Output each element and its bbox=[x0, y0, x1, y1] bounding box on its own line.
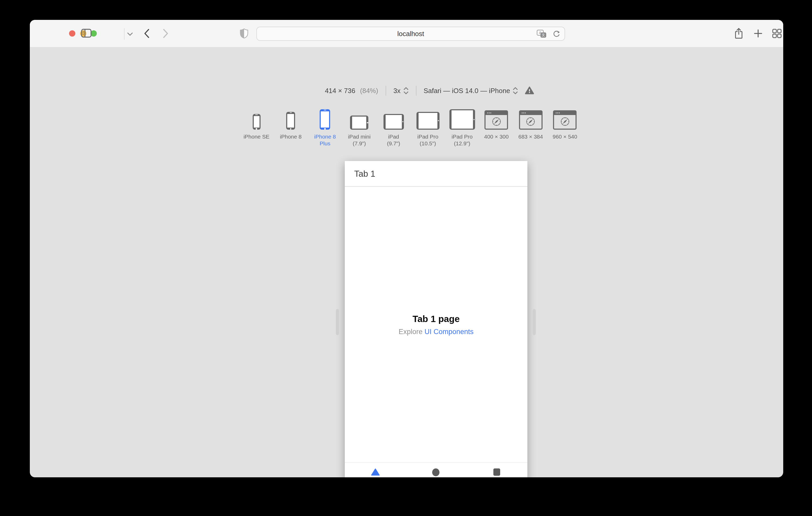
pixel-ratio-stepper-icon[interactable] bbox=[403, 87, 408, 94]
chevron-down-icon[interactable] bbox=[127, 32, 133, 36]
tab-item-3[interactable]: Tab 3 bbox=[466, 463, 527, 477]
user-agent-selector[interactable]: Safari — iOS 14.0 — iPhone bbox=[424, 87, 510, 94]
tab-item-1[interactable]: Tab 1 bbox=[345, 463, 406, 477]
device-ipad-mini[interactable]: iPad mini(7.9") bbox=[342, 107, 376, 147]
iphone-8-icon bbox=[286, 112, 295, 130]
app-nav-bar: Tab 1 bbox=[345, 161, 527, 187]
user-agent-stepper-icon[interactable] bbox=[513, 87, 518, 94]
device-iphone-8[interactable]: iPhone 8 bbox=[273, 107, 308, 140]
tab-overview-icon[interactable] bbox=[772, 29, 782, 38]
square-icon bbox=[494, 468, 500, 476]
back-button-icon[interactable] bbox=[144, 29, 150, 38]
new-tab-plus-icon[interactable] bbox=[754, 29, 762, 38]
address-bar[interactable]: localhost A 文 bbox=[256, 27, 565, 41]
circle-icon bbox=[432, 468, 440, 476]
browser-window-icon bbox=[553, 110, 577, 130]
ipad-icon bbox=[383, 114, 404, 130]
viewport-dimensions[interactable]: 414 × 736 bbox=[325, 87, 355, 94]
url-text: localhost bbox=[397, 30, 424, 38]
sidebar-toggle-icon[interactable] bbox=[81, 29, 92, 38]
ipad-pro-10-icon bbox=[416, 112, 439, 130]
tab-item-2[interactable]: Tab 2 bbox=[406, 463, 467, 477]
device-ipad[interactable]: iPad(9.7") bbox=[376, 107, 411, 147]
device-iphone-8-plus[interactable]: iPhone 8Plus bbox=[308, 107, 342, 147]
iphone-se-icon bbox=[253, 114, 261, 130]
reload-icon[interactable] bbox=[552, 30, 560, 38]
device-preset-683x384[interactable]: 683 × 384 bbox=[514, 107, 548, 140]
share-icon[interactable] bbox=[734, 28, 744, 39]
safari-window: localhost A 文 bbox=[30, 20, 783, 477]
device-preset-960x540[interactable]: 960 × 540 bbox=[548, 107, 582, 140]
resize-handle-left[interactable] bbox=[336, 309, 339, 335]
explore-line: Explore UI Components bbox=[399, 328, 474, 335]
translate-icon[interactable]: A 文 bbox=[537, 30, 548, 39]
ipad-pro-12-icon bbox=[450, 109, 475, 130]
resize-handle-right[interactable] bbox=[532, 309, 536, 335]
app-tab-bar: Tab 1 Tab 2 Tab 3 bbox=[345, 462, 527, 477]
device-strip: iPhone SE iPhone 8 iPhone 8Plus iPad min… bbox=[34, 107, 783, 147]
rdm-toolbar: 414 × 736 (84%) 3x Safari — iOS 14.0 — i… bbox=[53, 83, 783, 98]
triangle-icon bbox=[371, 468, 380, 476]
zoom-percent: (84%) bbox=[360, 87, 378, 94]
screen: localhost A 文 bbox=[0, 0, 812, 516]
ipad-mini-icon bbox=[350, 116, 369, 130]
close-window-button[interactable] bbox=[69, 30, 75, 37]
toolbar-divider bbox=[385, 86, 386, 95]
device-iphone-se[interactable]: iPhone SE bbox=[239, 107, 273, 140]
console-warning-icon[interactable] bbox=[525, 86, 534, 95]
safari-compass-icon bbox=[491, 116, 502, 127]
app-page-content: Tab 1 page Explore UI Components bbox=[345, 187, 527, 462]
browser-window-icon bbox=[519, 110, 543, 130]
browser-window-icon bbox=[485, 110, 508, 130]
pixel-ratio-value[interactable]: 3x bbox=[394, 87, 401, 94]
safari-compass-icon bbox=[525, 116, 536, 127]
safari-compass-icon bbox=[559, 116, 571, 127]
forward-button-icon[interactable] bbox=[163, 29, 169, 38]
simulated-viewport: Tab 1 Tab 1 page Explore UI Components T… bbox=[345, 161, 527, 477]
iphone-8-plus-icon bbox=[320, 109, 330, 130]
device-ipad-pro-10[interactable]: iPad Pro(10.5") bbox=[411, 107, 445, 147]
toolbar-divider bbox=[416, 86, 416, 95]
browser-titlebar: localhost A 文 bbox=[30, 20, 783, 47]
explore-text: Explore bbox=[399, 328, 425, 335]
privacy-shield-icon[interactable] bbox=[240, 28, 249, 39]
device-ipad-pro-12[interactable]: iPad Pro(12.9") bbox=[445, 107, 479, 147]
device-preset-400x300[interactable]: 400 × 300 bbox=[479, 107, 514, 140]
nav-title: Tab 1 bbox=[354, 169, 375, 179]
titlebar-divider bbox=[124, 28, 124, 40]
page-title: Tab 1 page bbox=[412, 313, 460, 324]
ui-components-link[interactable]: UI Components bbox=[425, 328, 474, 335]
